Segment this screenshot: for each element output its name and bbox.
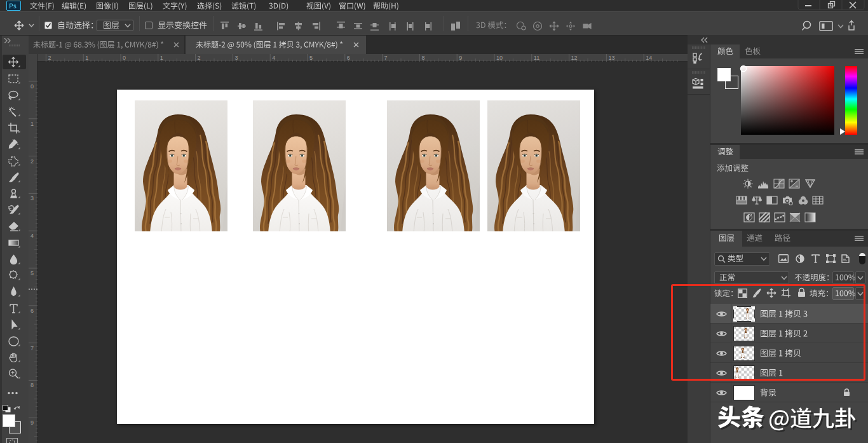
svg-text:2: 2 [198, 55, 201, 61]
svg-text:8: 8 [421, 55, 424, 61]
svg-text:5: 5 [309, 55, 313, 61]
svg-text:8: 8 [31, 382, 34, 388]
svg-text:3: 3 [31, 195, 34, 201]
svg-text:0: 0 [123, 55, 126, 61]
svg-text:14: 14 [646, 55, 652, 61]
svg-text:6: 6 [31, 308, 34, 314]
svg-text:2: 2 [48, 55, 51, 61]
svg-text:5: 5 [31, 270, 34, 276]
svg-text:12: 12 [571, 55, 578, 61]
svg-text:7: 7 [31, 345, 34, 351]
svg-text:3: 3 [234, 55, 238, 61]
svg-text:1: 1 [31, 121, 34, 127]
svg-text:9: 9 [31, 419, 34, 426]
svg-text:7: 7 [384, 55, 388, 61]
svg-text:9: 9 [459, 55, 462, 61]
svg-text:6: 6 [347, 55, 350, 61]
svg-text:1: 1 [85, 55, 88, 61]
svg-text:0: 0 [31, 83, 34, 90]
svg-text:2: 2 [31, 158, 34, 165]
svg-text:1: 1 [160, 55, 163, 61]
svg-text:4: 4 [272, 55, 275, 61]
svg-text:4: 4 [31, 233, 34, 239]
svg-text:10: 10 [496, 55, 503, 61]
svg-text:13: 13 [608, 55, 614, 61]
svg-text:11: 11 [534, 55, 539, 61]
